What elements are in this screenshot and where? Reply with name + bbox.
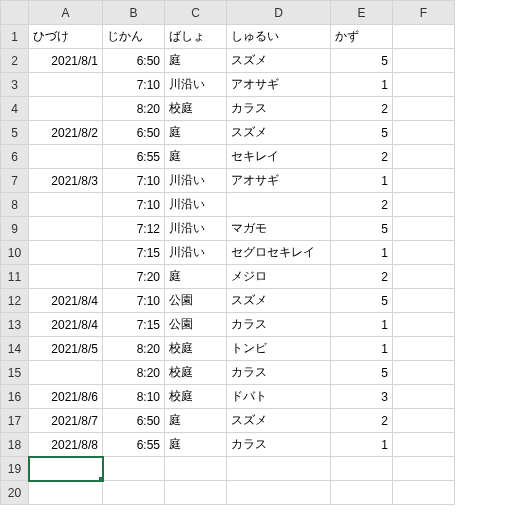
- cell-E13[interactable]: 1: [331, 313, 393, 337]
- cell-F10[interactable]: [393, 241, 455, 265]
- cell-D15[interactable]: カラス: [227, 361, 331, 385]
- cell-B2[interactable]: 6:50: [103, 49, 165, 73]
- cell-A2[interactable]: 2021/8/1: [29, 49, 103, 73]
- cell-F19[interactable]: [393, 457, 455, 481]
- cell-D6[interactable]: セキレイ: [227, 145, 331, 169]
- cell-A10[interactable]: [29, 241, 103, 265]
- cell-E5[interactable]: 5: [331, 121, 393, 145]
- row-header-7[interactable]: 7: [1, 169, 29, 193]
- cell-C11[interactable]: 庭: [165, 265, 227, 289]
- cell-B6[interactable]: 6:55: [103, 145, 165, 169]
- cell-D20[interactable]: [227, 481, 331, 505]
- cell-D19[interactable]: [227, 457, 331, 481]
- cell-A4[interactable]: [29, 97, 103, 121]
- cell-C6[interactable]: 庭: [165, 145, 227, 169]
- cell-F13[interactable]: [393, 313, 455, 337]
- col-header-E[interactable]: E: [331, 1, 393, 25]
- cell-C13[interactable]: 公園: [165, 313, 227, 337]
- cell-E10[interactable]: 1: [331, 241, 393, 265]
- cell-A16[interactable]: 2021/8/6: [29, 385, 103, 409]
- cell-A15[interactable]: [29, 361, 103, 385]
- cell-A3[interactable]: [29, 73, 103, 97]
- cell-D8[interactable]: [227, 193, 331, 217]
- cell-F20[interactable]: [393, 481, 455, 505]
- cell-B18[interactable]: 6:55: [103, 433, 165, 457]
- row-header-19[interactable]: 19: [1, 457, 29, 481]
- cell-E16[interactable]: 3: [331, 385, 393, 409]
- cell-E4[interactable]: 2: [331, 97, 393, 121]
- col-header-A[interactable]: A: [29, 1, 103, 25]
- cell-F15[interactable]: [393, 361, 455, 385]
- cell-D9[interactable]: マガモ: [227, 217, 331, 241]
- cell-E2[interactable]: 5: [331, 49, 393, 73]
- cell-C16[interactable]: 校庭: [165, 385, 227, 409]
- row-header-18[interactable]: 18: [1, 433, 29, 457]
- cell-F18[interactable]: [393, 433, 455, 457]
- cell-C17[interactable]: 庭: [165, 409, 227, 433]
- cell-D10[interactable]: セグロセキレイ: [227, 241, 331, 265]
- row-header-4[interactable]: 4: [1, 97, 29, 121]
- cell-F4[interactable]: [393, 97, 455, 121]
- cell-C15[interactable]: 校庭: [165, 361, 227, 385]
- row-header-9[interactable]: 9: [1, 217, 29, 241]
- cell-C8[interactable]: 川沿い: [165, 193, 227, 217]
- row-header-17[interactable]: 17: [1, 409, 29, 433]
- cell-C2[interactable]: 庭: [165, 49, 227, 73]
- cell-B16[interactable]: 8:10: [103, 385, 165, 409]
- cell-F6[interactable]: [393, 145, 455, 169]
- cell-C3[interactable]: 川沿い: [165, 73, 227, 97]
- cell-D2[interactable]: スズメ: [227, 49, 331, 73]
- cell-D13[interactable]: カラス: [227, 313, 331, 337]
- cell-A9[interactable]: [29, 217, 103, 241]
- cell-F5[interactable]: [393, 121, 455, 145]
- col-header-B[interactable]: B: [103, 1, 165, 25]
- cell-E17[interactable]: 2: [331, 409, 393, 433]
- cell-F2[interactable]: [393, 49, 455, 73]
- cell-F1[interactable]: [393, 25, 455, 49]
- cell-A11[interactable]: [29, 265, 103, 289]
- cell-E1[interactable]: かず: [331, 25, 393, 49]
- cell-E18[interactable]: 1: [331, 433, 393, 457]
- cell-A17[interactable]: 2021/8/7: [29, 409, 103, 433]
- cell-D1[interactable]: しゅるい: [227, 25, 331, 49]
- row-header-10[interactable]: 10: [1, 241, 29, 265]
- cell-A18[interactable]: 2021/8/8: [29, 433, 103, 457]
- cell-E3[interactable]: 1: [331, 73, 393, 97]
- cell-B12[interactable]: 7:10: [103, 289, 165, 313]
- cell-B11[interactable]: 7:20: [103, 265, 165, 289]
- cell-A1[interactable]: ひづけ: [29, 25, 103, 49]
- cell-A12[interactable]: 2021/8/4: [29, 289, 103, 313]
- row-header-2[interactable]: 2: [1, 49, 29, 73]
- cell-B5[interactable]: 6:50: [103, 121, 165, 145]
- cell-C19[interactable]: [165, 457, 227, 481]
- cell-C12[interactable]: 公園: [165, 289, 227, 313]
- cell-C18[interactable]: 庭: [165, 433, 227, 457]
- cell-B8[interactable]: 7:10: [103, 193, 165, 217]
- cell-F11[interactable]: [393, 265, 455, 289]
- row-header-6[interactable]: 6: [1, 145, 29, 169]
- cell-E11[interactable]: 2: [331, 265, 393, 289]
- cell-E12[interactable]: 5: [331, 289, 393, 313]
- cell-D11[interactable]: メジロ: [227, 265, 331, 289]
- cell-B9[interactable]: 7:12: [103, 217, 165, 241]
- cell-F8[interactable]: [393, 193, 455, 217]
- cell-A7[interactable]: 2021/8/3: [29, 169, 103, 193]
- row-header-11[interactable]: 11: [1, 265, 29, 289]
- cell-B1[interactable]: じかん: [103, 25, 165, 49]
- cell-C4[interactable]: 校庭: [165, 97, 227, 121]
- cell-C5[interactable]: 庭: [165, 121, 227, 145]
- cell-F16[interactable]: [393, 385, 455, 409]
- cell-D3[interactable]: アオサギ: [227, 73, 331, 97]
- cell-B14[interactable]: 8:20: [103, 337, 165, 361]
- cell-A5[interactable]: 2021/8/2: [29, 121, 103, 145]
- row-header-8[interactable]: 8: [1, 193, 29, 217]
- cell-A6[interactable]: [29, 145, 103, 169]
- cell-B20[interactable]: [103, 481, 165, 505]
- cell-D4[interactable]: カラス: [227, 97, 331, 121]
- row-header-3[interactable]: 3: [1, 73, 29, 97]
- cell-B15[interactable]: 8:20: [103, 361, 165, 385]
- cell-C1[interactable]: ばしょ: [165, 25, 227, 49]
- cell-A8[interactable]: [29, 193, 103, 217]
- row-header-12[interactable]: 12: [1, 289, 29, 313]
- cell-F14[interactable]: [393, 337, 455, 361]
